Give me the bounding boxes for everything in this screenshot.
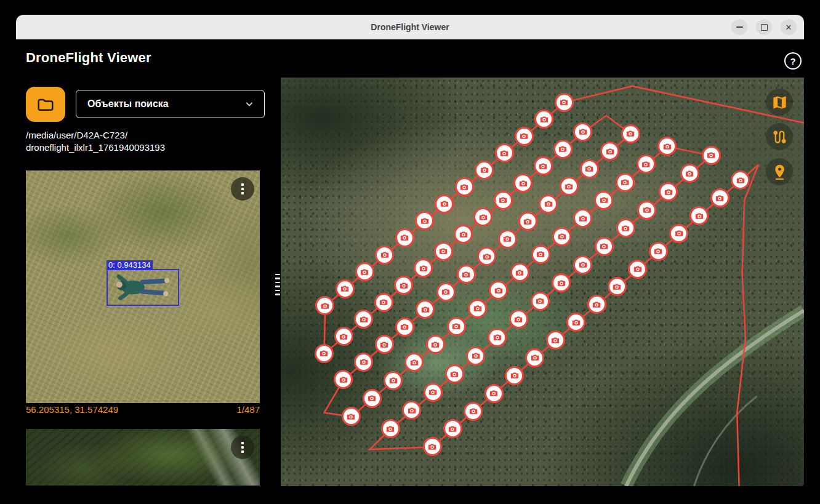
help-button[interactable]: ? xyxy=(784,52,802,70)
camera-marker[interactable] xyxy=(534,156,553,175)
camera-marker[interactable] xyxy=(494,191,513,210)
camera-marker[interactable] xyxy=(702,146,721,165)
camera-marker[interactable] xyxy=(489,281,508,300)
camera-marker[interactable] xyxy=(424,383,443,402)
camera-marker[interactable] xyxy=(473,207,492,226)
camera-marker[interactable] xyxy=(426,335,445,354)
camera-marker[interactable] xyxy=(315,344,334,363)
camera-marker[interactable] xyxy=(628,260,647,279)
camera-marker[interactable] xyxy=(495,143,514,162)
camera-marker[interactable] xyxy=(553,140,573,159)
camera-marker[interactable] xyxy=(531,245,550,264)
camera-marker[interactable] xyxy=(498,230,517,249)
camera-marker[interactable] xyxy=(436,282,456,302)
camera-marker[interactable] xyxy=(552,273,571,292)
flight-route-button[interactable] xyxy=(766,123,793,150)
photo-thumbnail[interactable]: 0: 0.943134 xyxy=(26,170,260,403)
camera-marker[interactable] xyxy=(534,110,553,129)
camera-marker[interactable] xyxy=(334,370,353,389)
camera-marker[interactable] xyxy=(454,225,473,244)
camera-marker[interactable] xyxy=(518,212,537,231)
open-folder-button[interactable] xyxy=(26,87,65,122)
camera-marker[interactable] xyxy=(595,237,614,256)
camera-marker[interactable] xyxy=(531,292,550,311)
search-objects-dropdown[interactable]: Объекты поиска xyxy=(76,90,265,118)
camera-marker[interactable] xyxy=(423,437,442,456)
camera-marker[interactable] xyxy=(336,279,355,298)
camera-marker[interactable] xyxy=(435,194,454,214)
camera-marker[interactable] xyxy=(525,348,544,367)
camera-marker[interactable] xyxy=(608,277,627,296)
camera-marker[interactable] xyxy=(334,327,353,346)
camera-marker[interactable] xyxy=(374,293,393,312)
camera-marker[interactable] xyxy=(552,227,571,246)
photo-thumbnail-2[interactable] xyxy=(26,429,260,486)
camera-marker[interactable] xyxy=(637,154,656,174)
camera-marker[interactable] xyxy=(573,209,592,228)
map-layers-button[interactable] xyxy=(766,89,793,116)
camera-marker[interactable] xyxy=(573,255,592,274)
camera-marker[interactable] xyxy=(594,191,613,210)
camera-marker[interactable] xyxy=(566,313,585,332)
camera-marker[interactable] xyxy=(394,276,413,295)
map-view[interactable] xyxy=(281,78,804,486)
camera-marker[interactable] xyxy=(580,159,599,178)
camera-marker[interactable] xyxy=(513,174,533,193)
camera-marker[interactable] xyxy=(616,173,635,192)
camera-marker[interactable] xyxy=(395,318,414,337)
camera-marker[interactable] xyxy=(669,224,688,243)
camera-marker[interactable] xyxy=(402,401,421,420)
camera-marker[interactable] xyxy=(546,330,565,350)
camera-marker[interactable] xyxy=(484,384,504,403)
camera-marker[interactable] xyxy=(573,122,592,142)
camera-marker[interactable] xyxy=(539,194,558,214)
camera-marker[interactable] xyxy=(354,310,373,329)
camera-marker[interactable] xyxy=(466,346,485,366)
camera-marker[interactable] xyxy=(616,218,635,238)
camera-marker[interactable] xyxy=(689,206,709,225)
camera-marker[interactable] xyxy=(731,170,750,190)
camera-marker[interactable] xyxy=(560,177,579,196)
camera-marker[interactable] xyxy=(354,353,373,372)
camera-marker[interactable] xyxy=(375,246,394,265)
camera-marker[interactable] xyxy=(363,389,382,408)
camera-marker[interactable] xyxy=(342,407,361,426)
minimize-button[interactable] xyxy=(731,19,747,35)
camera-marker[interactable] xyxy=(600,142,619,161)
camera-marker[interactable] xyxy=(464,402,483,421)
camera-marker[interactable] xyxy=(509,310,528,329)
camera-marker[interactable] xyxy=(315,296,334,315)
camera-marker[interactable] xyxy=(657,137,677,156)
camera-marker[interactable] xyxy=(415,211,434,230)
camera-marker[interactable] xyxy=(637,201,656,220)
my-location-button[interactable] xyxy=(766,158,793,185)
camera-marker[interactable] xyxy=(555,93,574,112)
camera-marker[interactable] xyxy=(621,124,640,143)
photo-menu-button[interactable] xyxy=(231,177,254,201)
camera-marker[interactable] xyxy=(445,364,464,383)
camera-marker[interactable] xyxy=(375,335,394,354)
camera-marker[interactable] xyxy=(416,300,435,319)
camera-marker[interactable] xyxy=(475,161,494,180)
camera-marker[interactable] xyxy=(381,419,400,438)
camera-marker[interactable] xyxy=(443,419,462,438)
camera-marker[interactable] xyxy=(395,228,414,247)
camera-marker[interactable] xyxy=(505,366,524,385)
camera-marker[interactable] xyxy=(468,299,487,318)
close-button[interactable]: ✕ xyxy=(781,19,797,35)
camera-marker[interactable] xyxy=(414,258,433,278)
camera-marker[interactable] xyxy=(477,247,496,266)
camera-marker[interactable] xyxy=(455,177,474,196)
camera-marker[interactable] xyxy=(488,328,507,347)
camera-marker[interactable] xyxy=(404,353,424,372)
camera-marker[interactable] xyxy=(587,295,606,314)
camera-marker[interactable] xyxy=(649,242,668,261)
camera-marker[interactable] xyxy=(447,317,466,336)
camera-marker[interactable] xyxy=(510,263,529,282)
camera-marker[interactable] xyxy=(710,188,730,207)
photo-menu-button-2[interactable] xyxy=(231,436,254,459)
camera-marker[interactable] xyxy=(434,242,453,261)
camera-marker[interactable] xyxy=(355,262,374,281)
camera-marker[interactable] xyxy=(457,265,476,284)
camera-marker[interactable] xyxy=(659,182,678,201)
